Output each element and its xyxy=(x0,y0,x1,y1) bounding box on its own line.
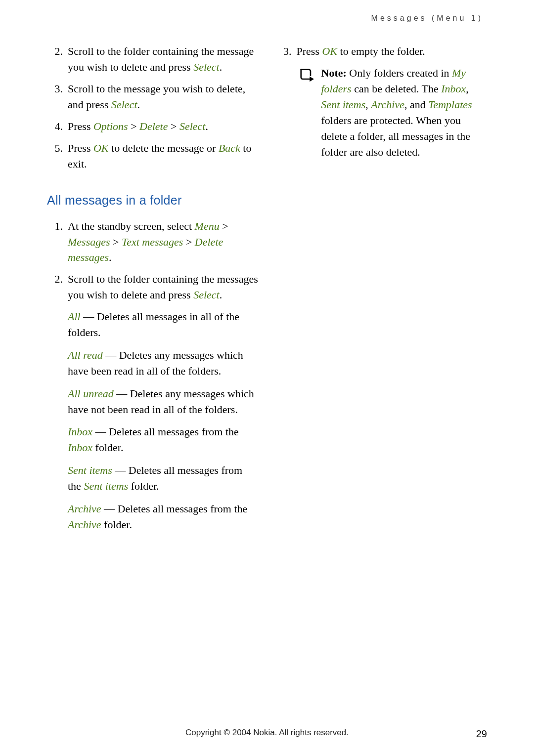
ui-term: Delete xyxy=(139,120,168,132)
list-text: Scroll to the message you wish to delete… xyxy=(68,81,259,113)
option-description: All read — Deletes any messages which ha… xyxy=(68,347,259,379)
ui-term: Sent items xyxy=(321,98,366,111)
ui-term: Inbox xyxy=(68,425,92,438)
right-column: 3.Press OK to empty the folder. Note: On… xyxy=(276,43,488,540)
ui-term: Select xyxy=(179,120,206,132)
list-text: Scroll to the folder containing the mess… xyxy=(68,43,259,75)
list-text: Press Options > Delete > Select. xyxy=(68,119,259,134)
ui-term: Select xyxy=(193,61,220,73)
list-number: 2. xyxy=(47,43,68,75)
list-number: 4. xyxy=(47,119,68,134)
left-column: 2.Scroll to the folder containing the me… xyxy=(47,43,259,540)
ui-term: Text messages xyxy=(122,236,183,248)
ui-term: Options xyxy=(93,120,128,132)
delete-single-steps: 2.Scroll to the folder containing the me… xyxy=(47,43,259,171)
option-description: Archive — Deletes all messages from the … xyxy=(68,501,259,533)
ui-term: Menu xyxy=(195,220,220,232)
list-text: At the standby screen, select Menu > Mes… xyxy=(68,218,259,266)
ui-term: OK xyxy=(93,142,109,154)
option-description: Sent items — Deletes all messages from t… xyxy=(68,462,259,494)
list-item: 2.Scroll to the folder containing the me… xyxy=(47,43,259,75)
list-number: 1. xyxy=(47,218,68,266)
ui-term: Inbox xyxy=(68,441,92,454)
list-text: Press OK to empty the folder. xyxy=(297,43,488,59)
list-number: 2. xyxy=(47,271,68,303)
ui-term: Select xyxy=(111,98,137,111)
ui-term: Archive xyxy=(371,98,404,111)
ui-term: All unread xyxy=(68,387,114,400)
delete-options-list: All — Deletes all messages in all of the… xyxy=(47,309,259,533)
ui-term: Back xyxy=(219,142,240,154)
note-block: Note: Only folders created in My folders… xyxy=(297,65,488,160)
manual-page: Messages (Menu 1) 2.Scroll to the folder… xyxy=(0,0,534,756)
ui-term: All read xyxy=(68,349,103,361)
ui-term: OK xyxy=(322,45,337,57)
ui-term: Sent items xyxy=(84,480,128,492)
option-description: All unread — Deletes any messages which … xyxy=(68,386,259,418)
list-number: 5. xyxy=(47,140,68,172)
content-columns: 2.Scroll to the folder containing the me… xyxy=(47,43,487,540)
list-item: 1.At the standby screen, select Menu > M… xyxy=(47,218,259,266)
page-number: 29 xyxy=(476,727,487,741)
list-text: Press OK to delete the message or Back t… xyxy=(68,140,259,172)
option-description: All — Deletes all messages in all of the… xyxy=(68,309,259,340)
note-text: Note: Only folders created in My folders… xyxy=(321,65,488,160)
ui-term: Messages xyxy=(68,236,110,248)
copyright-footer: Copyright © 2004 Nokia. All rights reser… xyxy=(0,727,534,739)
list-number: 3. xyxy=(276,43,297,59)
ui-term: Archive xyxy=(68,518,101,531)
ui-term: Inbox xyxy=(441,83,466,95)
option-description: Inbox — Deletes all messages from the In… xyxy=(68,424,259,456)
ui-term: Templates xyxy=(428,98,472,111)
ui-term: All xyxy=(68,310,81,323)
delete-folder-steps-cont: 3.Press OK to empty the folder. xyxy=(276,43,488,59)
note-arrow-icon xyxy=(297,65,321,160)
section-heading-all-messages: All messages in a folder xyxy=(47,191,259,209)
note-label: Note: xyxy=(321,67,347,79)
ui-term: Archive xyxy=(68,503,101,515)
list-item: 3.Scroll to the message you wish to dele… xyxy=(47,81,259,113)
list-text: Scroll to the folder containing the mess… xyxy=(68,271,259,303)
ui-term: Select xyxy=(193,289,220,301)
delete-folder-steps: 1.At the standby screen, select Menu > M… xyxy=(47,218,259,303)
list-number: 3. xyxy=(47,81,68,113)
note-body: Only folders created in My folders can b… xyxy=(321,67,472,158)
list-item: 2.Scroll to the folder containing the me… xyxy=(47,271,259,303)
ui-term: Sent items xyxy=(68,464,112,476)
list-item: 4.Press Options > Delete > Select. xyxy=(47,119,259,134)
list-item: 5.Press OK to delete the message or Back… xyxy=(47,140,259,172)
page-header: Messages (Menu 1) xyxy=(47,12,487,24)
list-item: 3.Press OK to empty the folder. xyxy=(276,43,488,59)
